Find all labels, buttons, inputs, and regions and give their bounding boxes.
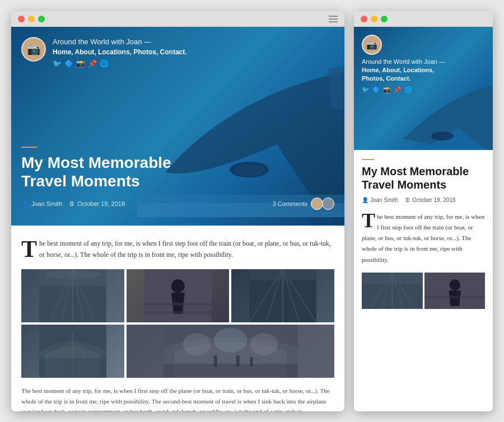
social-icons: 🐦 🔷 📸 📌 🌐 xyxy=(53,59,187,68)
mobile-minimize-button[interactable] xyxy=(371,16,377,22)
mobile-avatar: 📷 xyxy=(362,35,382,55)
photo-2[interactable] xyxy=(127,269,230,322)
traffic-lights xyxy=(18,16,45,22)
svg-rect-27 xyxy=(39,358,106,378)
mobile-meta: 👤 Joan Smith 🗓 October 19, 2018 xyxy=(362,197,485,203)
hero-nav: 📷 Around the World with Joan — Home, Abo… xyxy=(21,37,187,68)
desktop-window: 📷 Around the World with Joan — Home, Abo… xyxy=(11,11,344,411)
svg-rect-35 xyxy=(250,357,253,367)
author-meta: 👤 Joan Smith xyxy=(21,200,62,208)
avatar: 📷 xyxy=(21,37,46,62)
facebook-icon[interactable]: 🔷 xyxy=(64,59,73,68)
photo-3[interactable] xyxy=(231,269,334,322)
mobile-photo-1[interactable] xyxy=(362,273,423,309)
hero-content: My Most Memorable Travel Moments 👤 Joan … xyxy=(21,147,334,210)
mobile-photo-2[interactable] xyxy=(424,273,486,309)
mobile-divider xyxy=(362,159,374,160)
mobile-twitter-icon[interactable]: 🐦 xyxy=(362,86,370,93)
commenter-avatar-2 xyxy=(322,198,334,210)
photo-5[interactable] xyxy=(127,325,334,378)
mobile-nav-links[interactable]: Home, About, Locations, Photos, Contact. xyxy=(362,66,485,83)
mobile-photo-grid xyxy=(362,273,485,309)
nav-links[interactable]: Home, About, Locations, Photos, Contact. xyxy=(53,48,187,56)
author-icon: 👤 xyxy=(21,200,29,208)
svg-point-30 xyxy=(213,328,247,353)
maximize-button[interactable] xyxy=(38,16,45,22)
svg-point-29 xyxy=(183,333,211,355)
svg-rect-15 xyxy=(144,311,211,314)
mobile-traffic-lights xyxy=(361,16,388,22)
commenter-avatar-1 xyxy=(311,198,323,210)
mobile-nav-title: Around the World with Joan — xyxy=(362,58,485,65)
svg-rect-33 xyxy=(213,355,217,367)
mobile-date-meta: 🗓 October 19, 2018 xyxy=(405,197,455,203)
hero-meta: 👤 Joan Smith 🗓 October 19, 2018 3 Commen… xyxy=(21,198,334,210)
pinterest-icon[interactable]: 📌 xyxy=(88,59,97,68)
mobile-author-icon: 👤 xyxy=(362,197,368,203)
mobile-content: 📷 Around the World with Joan — Home, Abo… xyxy=(354,27,493,411)
nav-title: Around the World with Joan — xyxy=(53,37,187,47)
mobile-maximize-button[interactable] xyxy=(381,16,388,22)
mobile-hero: 📷 Around the World with Joan — Home, Abo… xyxy=(354,27,493,150)
mobile-intro-paragraph: T he best moment of any trip, for me, is… xyxy=(362,211,485,265)
twitter-icon[interactable]: 🐦 xyxy=(53,59,62,68)
mobile-window: 📷 Around the World with Joan — Home, Abo… xyxy=(354,11,493,411)
hero-meta-left: 👤 Joan Smith 🗓 October 19, 2018 xyxy=(21,200,125,208)
calendar-icon: 🗓 xyxy=(69,200,75,207)
minimize-button[interactable] xyxy=(28,16,35,22)
intro-paragraph: T he best moment of any trip, for me, is… xyxy=(21,238,334,260)
hero-section: 📷 Around the World with Joan — Home, Abo… xyxy=(11,27,344,226)
mobile-facebook-icon[interactable]: 🔷 xyxy=(372,86,380,93)
mobile-intro-text: he best moment of any trip, for me, is w… xyxy=(362,213,484,263)
mobile-wing xyxy=(398,83,493,150)
svg-point-36 xyxy=(431,132,454,140)
svg-rect-34 xyxy=(236,355,239,367)
date-meta: 🗓 October 19, 2018 xyxy=(69,200,125,207)
desktop-title-bar xyxy=(11,11,344,27)
svg-rect-43 xyxy=(362,273,423,284)
svg-rect-14 xyxy=(144,303,211,306)
svg-point-31 xyxy=(250,333,278,355)
mobile-instagram-icon[interactable]: 📸 xyxy=(383,86,391,93)
mobile-calendar-icon: 🗓 xyxy=(405,197,410,203)
svg-point-13 xyxy=(171,279,184,293)
mobile-title: My Most Memorable Travel Moments xyxy=(362,165,485,191)
photo-1[interactable] xyxy=(21,269,124,322)
nav-text: Around the World with Joan — Home, About… xyxy=(53,37,187,68)
browser-content: 📷 Around the World with Joan — Home, Abo… xyxy=(11,27,344,411)
svg-rect-32 xyxy=(163,364,297,378)
svg-rect-46 xyxy=(424,296,486,298)
body-text: The best moment of any trip, for me, is … xyxy=(21,386,334,411)
mobile-close-button[interactable] xyxy=(361,16,367,22)
svg-rect-22 xyxy=(249,269,316,280)
svg-point-11 xyxy=(45,270,101,279)
menu-icon[interactable] xyxy=(329,16,338,22)
intro-text: he best moment of any trip, for me, is w… xyxy=(39,240,331,259)
wordpress-icon[interactable]: 🌐 xyxy=(100,59,109,68)
mobile-drop-cap-letter: T xyxy=(362,213,375,229)
mobile-article-content: My Most Memorable Travel Moments 👤 Joan … xyxy=(354,150,493,318)
comments-meta[interactable]: 3 Comments xyxy=(273,200,307,207)
close-button[interactable] xyxy=(18,16,25,22)
photo-grid xyxy=(21,269,334,378)
svg-point-45 xyxy=(449,279,460,290)
mobile-title-bar xyxy=(354,11,493,27)
hero-meta-right: 3 Comments xyxy=(273,198,334,210)
instagram-icon[interactable]: 📸 xyxy=(76,59,85,68)
photo-4[interactable] xyxy=(21,325,124,378)
article-content: T he best moment of any trip, for me, is… xyxy=(11,226,344,411)
drop-cap-letter: T xyxy=(21,240,37,259)
hero-divider xyxy=(21,147,37,148)
hero-title: My Most Memorable Travel Moments xyxy=(21,153,334,191)
mobile-author-meta: 👤 Joan Smith xyxy=(362,197,398,203)
